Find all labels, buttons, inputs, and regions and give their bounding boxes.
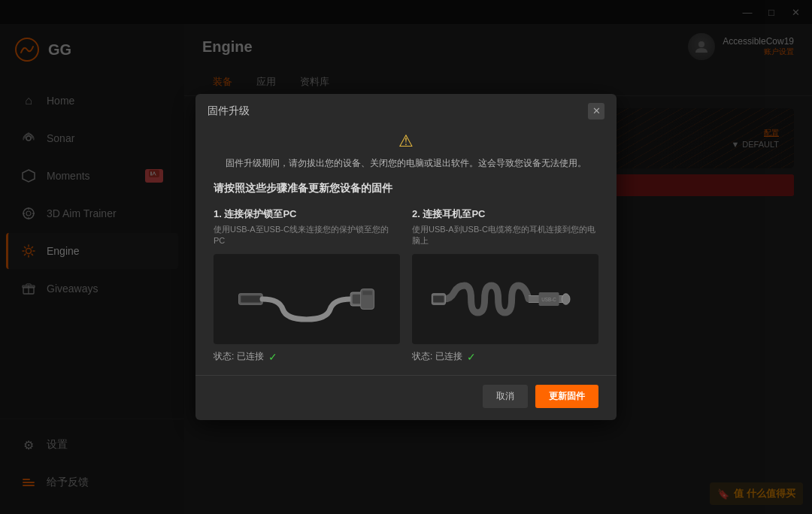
- step-2-desc: 使用USB-A到USB-C电缆将您的耳机连接到您的电脑上: [412, 224, 598, 247]
- firmware-dialog: 固件升级 ✕ ⚠ 固件升级期间，请勿拔出您的设备、关闭您的电脑或退出软件。这会导…: [195, 94, 617, 421]
- dialog-warning: ⚠ 固件升级期间，请勿拔出您的设备、关闭您的电脑或退出软件。这会导致您设备无法使…: [195, 119, 617, 176]
- step-1-title: 1. 连接保护锁至PC: [214, 207, 400, 221]
- dialog-section-title: 请按照这些步骤准备更新您设备的固件: [195, 176, 617, 207]
- svg-point-30: [562, 294, 571, 304]
- dialog-header: 固件升级 ✕: [195, 94, 617, 119]
- dialog-step-1: 1. 连接保护锁至PC 使用USB-A至USB-C线来连接您的保护锁至您的PC: [214, 207, 400, 364]
- step-1-image: [214, 254, 400, 344]
- dialog-overlay: 固件升级 ✕ ⚠ 固件升级期间，请勿拔出您的设备、关闭您的电脑或退出软件。这会导…: [0, 0, 812, 514]
- step-2-title: 2. 连接耳机至PC: [412, 207, 598, 221]
- step-1-status: 状态: 已连接 ✓: [214, 350, 400, 363]
- warning-icon: ⚠: [398, 132, 414, 151]
- step-2-status-label: 状态: 已连接: [412, 350, 462, 363]
- step-1-check-icon: ✓: [268, 351, 277, 363]
- svg-rect-29: [434, 296, 444, 303]
- step-2-status: 状态: 已连接 ✓: [412, 350, 598, 363]
- dialog-footer: 取消 更新固件: [195, 375, 617, 420]
- step-2-check-icon: ✓: [467, 351, 476, 363]
- step-1-desc: 使用USB-A至USB-C线来连接您的保护锁至您的PC: [214, 224, 400, 247]
- svg-rect-27: [363, 292, 373, 295]
- step-2-image: USB-C: [412, 254, 598, 344]
- step-1-status-label: 状态: 已连接: [214, 350, 264, 363]
- dialog-steps: 1. 连接保护锁至PC 使用USB-A至USB-C线来连接您的保护锁至您的PC: [195, 207, 617, 376]
- dialog-step-2: 2. 连接耳机至PC 使用USB-A到USB-C电缆将您的耳机连接到您的电脑上: [412, 207, 598, 364]
- dialog-close-button[interactable]: ✕: [588, 103, 604, 119]
- update-firmware-button[interactable]: 更新固件: [535, 385, 598, 408]
- dialog-title: 固件升级: [208, 104, 250, 118]
- svg-rect-23: [241, 296, 261, 303]
- cancel-button[interactable]: 取消: [483, 385, 528, 408]
- svg-text:USB-C: USB-C: [542, 297, 557, 302]
- dialog-warning-text: 固件升级期间，请勿拔出您的设备、关闭您的电脑或退出软件。这会导致您设备无法使用。: [226, 157, 586, 170]
